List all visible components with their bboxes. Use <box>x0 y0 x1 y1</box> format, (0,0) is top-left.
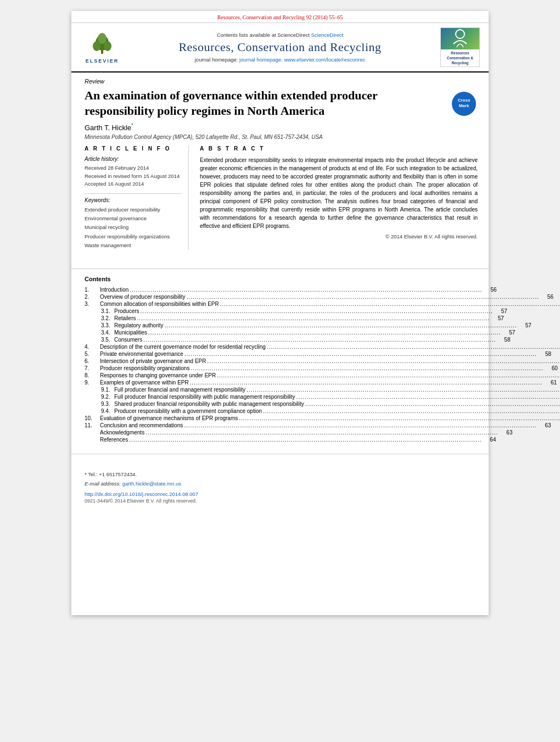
toc-text: Full producer financial responsibility w… <box>114 394 295 400</box>
toc-page: 58 <box>497 337 510 343</box>
elsevier-logo-area: ELSEVIER <box>80 31 124 64</box>
toc-text: Responses to changing governance under E… <box>100 372 216 378</box>
toc-item: 7.Producer responsibility organizations6… <box>85 365 478 371</box>
svg-point-5 <box>456 30 464 38</box>
toc-text: Evaluation of governance mechanisms of E… <box>100 415 238 421</box>
svg-text:Mark: Mark <box>459 103 469 108</box>
article-info-column: A R T I C L E I N F O Article history: R… <box>85 146 189 249</box>
toc-label: Producer responsibility with a governmen… <box>114 408 560 414</box>
toc-label: Consumers58 <box>114 337 510 343</box>
keywords-section: Keywords: Extended producer responsibili… <box>85 193 182 250</box>
toc-page: 56 <box>540 294 553 300</box>
toc-dots <box>267 344 560 350</box>
toc-dots <box>148 330 501 336</box>
toc-text: Full producer financial and management r… <box>114 387 245 393</box>
toc-text: References <box>100 437 128 443</box>
toc-item: 3.Common allocation of responsibilities … <box>85 301 478 307</box>
toc-page: 57 <box>494 308 507 314</box>
svg-point-4 <box>98 33 107 44</box>
toc-num: 11. <box>85 422 100 428</box>
toc-label: Producers57 <box>114 308 507 314</box>
toc-label: Regulatory authority57 <box>114 322 531 328</box>
toc-dots <box>207 358 559 364</box>
email-label: E-mail address: <box>85 481 121 487</box>
email-link[interactable]: garth.hickle@state.mn.us <box>122 481 181 487</box>
toc-num: 3. <box>85 301 100 307</box>
toc-dots <box>239 415 560 421</box>
toc-dots <box>184 351 537 357</box>
toc-num: 8. <box>85 372 100 378</box>
sciencedirect-link[interactable]: ScienceDirect <box>311 32 344 38</box>
history-accepted: Accepted 16 August 2014 <box>85 180 182 188</box>
article-title-row: An examination of governance within exte… <box>85 88 478 118</box>
toc-text: Producers <box>114 308 139 314</box>
toc-text: Municipalities <box>114 330 147 336</box>
toc-text: Overview of producer responsibility <box>100 294 186 300</box>
history-received: Received 28 February 2014 <box>85 164 182 172</box>
toc-label: Evaluation of governance mechanisms of E… <box>100 415 560 421</box>
crossmark-logo[interactable]: Cross Mark <box>450 90 478 118</box>
keyword-2: Environmental governance <box>85 214 182 223</box>
toc-dots <box>165 322 517 328</box>
keyword-1: Extended producer responsibility <box>85 205 182 214</box>
keyword-5: Waste management <box>85 241 182 250</box>
toc-num: 3.1. <box>101 308 114 314</box>
toc-dots <box>145 429 498 436</box>
toc-label: Examples of governance within EPR61 <box>100 380 557 386</box>
toc-dots <box>217 372 560 378</box>
toc-dots <box>296 394 560 400</box>
toc-label: Conclusion and recommendations63 <box>100 422 551 428</box>
toc-text: Producer responsibility with a governmen… <box>114 408 262 414</box>
section-label: Review <box>85 78 478 85</box>
keyword-3: Municipal recycling <box>85 223 182 232</box>
toc-label: Common allocation of responsibilities wi… <box>100 301 560 307</box>
doi-link[interactable]: http://dx.doi.org/10.1016/j.resconrec.20… <box>85 491 198 497</box>
article-title: An examination of governance within exte… <box>85 88 403 118</box>
footnote-email: E-mail address: garth.hickle@state.mn.us <box>85 480 475 488</box>
journal-center-info: Contents lists available at ScienceDirec… <box>124 32 436 63</box>
toc-page: 61 <box>544 380 557 386</box>
contents-section: Contents 1.Introduction562.Overview of p… <box>71 276 489 443</box>
toc-item: 9.3.Shared producer financial responsibi… <box>85 401 478 407</box>
affiliation: Minnesota Pollution Control Agency (MPCA… <box>85 134 478 140</box>
toc-label: References64 <box>100 437 496 443</box>
toc-item: 3.4.Municipalities57 <box>85 330 478 336</box>
toc-page: 63 <box>538 422 551 428</box>
page: Resources, Conservation and Recycling 92… <box>71 11 489 615</box>
article-info-header: A R T I C L E I N F O <box>85 146 182 152</box>
toc-label: Municipalities57 <box>114 330 515 336</box>
toc-item: 3.1.Producers57 <box>85 308 478 314</box>
toc-label: Full producer financial responsibility w… <box>114 394 560 400</box>
toc-label: Description of the current governance mo… <box>100 344 560 350</box>
toc-label: Private environmental governance58 <box>100 351 551 357</box>
toc-page: 57 <box>502 330 515 336</box>
history-revised: Received in revised form 15 August 2014 <box>85 172 182 180</box>
toc-item: 8.Responses to changing governance under… <box>85 372 478 378</box>
homepage-link[interactable]: journal homepage: www.elsevier.com/locat… <box>239 57 365 63</box>
abstract-header: A B S T R A C T <box>200 146 478 152</box>
toc-page: 63 <box>499 429 512 436</box>
footnote-section: * Tel.: +1 6517572434. E-mail address: g… <box>71 454 489 510</box>
rcr-logo-icon <box>449 29 471 48</box>
toc-num: 9.3. <box>101 401 114 407</box>
toc-num: 7. <box>85 365 100 371</box>
author-name: Garth T. Hickle <box>85 124 131 132</box>
author-asterisk: * <box>131 122 133 129</box>
toc-item: References64 <box>85 437 478 443</box>
keyword-4: Producer responsibility organizations <box>85 232 182 241</box>
rcr-logo-area: ResourcesConservation &Recycling <box>436 27 480 67</box>
toc-item: 9.Examples of governance within EPR61 <box>85 380 478 386</box>
toc-text: Introduction <box>100 287 128 293</box>
elsevier-tree-icon <box>89 31 115 57</box>
toc-dots <box>137 315 489 321</box>
toc-page: 58 <box>538 351 551 357</box>
divider-1 <box>71 269 489 269</box>
toc-text: Consumers <box>114 337 142 343</box>
rcr-logo-box: ResourcesConservation &Recycling <box>440 27 480 67</box>
article-body: Review An examination of governance with… <box>71 72 489 262</box>
author-line: Garth T. Hickle* <box>85 122 478 132</box>
journal-citation-bar: Resources, Conservation and Recycling 92… <box>71 11 489 23</box>
history-label: Article history: <box>85 156 182 162</box>
toc-text: Retailers <box>114 315 136 321</box>
toc-item: 10.Evaluation of governance mechanisms o… <box>85 415 478 421</box>
